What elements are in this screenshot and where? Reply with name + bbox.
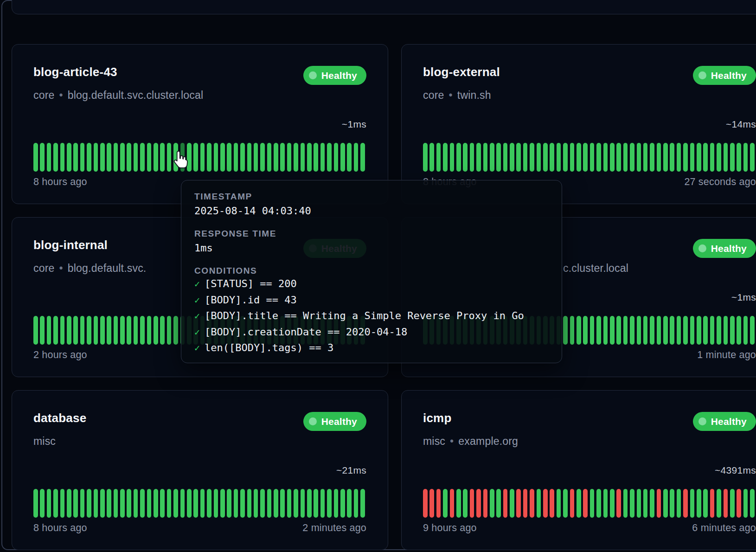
uptime-bar[interactable] — [543, 489, 548, 518]
uptime-bar[interactable] — [523, 143, 528, 172]
uptime-bar[interactable] — [750, 489, 755, 518]
uptime-bar[interactable] — [737, 143, 741, 172]
uptime-bar[interactable] — [550, 143, 554, 172]
uptime-bar[interactable] — [643, 489, 648, 518]
uptime-bar[interactable] — [670, 316, 674, 345]
uptime-bar[interactable] — [67, 143, 71, 172]
uptime-bar[interactable] — [227, 143, 231, 172]
uptime-bar[interactable] — [436, 489, 441, 518]
uptime-bar[interactable] — [280, 489, 285, 518]
uptime-bar[interactable] — [470, 143, 474, 172]
uptime-bar[interactable] — [483, 489, 488, 518]
uptime-bar[interactable] — [301, 489, 305, 518]
uptime-bar[interactable] — [730, 489, 735, 518]
uptime-bar[interactable] — [33, 489, 38, 518]
uptime-bar[interactable] — [610, 316, 615, 345]
uptime-bar[interactable] — [287, 489, 292, 518]
uptime-bar[interactable] — [307, 489, 312, 518]
uptime-bar[interactable] — [73, 316, 78, 345]
uptime-bar[interactable] — [134, 316, 138, 345]
uptime-bar[interactable] — [610, 143, 615, 172]
uptime-bar[interactable] — [360, 143, 365, 172]
uptime-bar[interactable] — [180, 143, 185, 172]
uptime-bar[interactable] — [107, 489, 111, 518]
uptime-bar[interactable] — [570, 489, 575, 518]
uptime-bar[interactable] — [307, 143, 312, 172]
uptime-bar[interactable] — [743, 143, 748, 172]
uptime-bar[interactable] — [47, 143, 51, 172]
uptime-bar[interactable] — [60, 143, 65, 172]
uptime-bar[interactable] — [167, 143, 172, 172]
uptime-bar[interactable] — [724, 316, 728, 345]
uptime-bar[interactable] — [510, 143, 514, 172]
uptime-bar[interactable] — [516, 489, 521, 518]
uptime-bar[interactable] — [563, 316, 568, 345]
uptime-bar[interactable] — [463, 143, 468, 172]
uptime-bar[interactable] — [140, 143, 145, 172]
uptime-bar[interactable] — [33, 143, 38, 172]
uptime-bar[interactable] — [577, 489, 581, 518]
uptime-bar[interactable] — [724, 143, 728, 172]
uptime-bar[interactable] — [294, 143, 298, 172]
uptime-bar[interactable] — [147, 316, 152, 345]
uptime-bar[interactable] — [134, 489, 138, 518]
uptime-bar[interactable] — [327, 143, 332, 172]
uptime-bar[interactable] — [127, 316, 131, 345]
uptime-bar[interactable] — [683, 316, 688, 345]
uptime-bar[interactable] — [436, 143, 441, 172]
uptime-bar[interactable] — [616, 143, 621, 172]
uptime-bar[interactable] — [80, 143, 85, 172]
uptime-bar[interactable] — [47, 316, 51, 345]
uptime-bar[interactable] — [340, 143, 345, 172]
uptime-bar[interactable] — [160, 489, 165, 518]
uptime-bar[interactable] — [247, 143, 252, 172]
uptime-bar[interactable] — [496, 489, 501, 518]
uptime-bar[interactable] — [623, 489, 628, 518]
uptime-bar[interactable] — [320, 143, 325, 172]
uptime-bar[interactable] — [234, 143, 238, 172]
uptime-bar[interactable] — [267, 489, 272, 518]
uptime-bar[interactable] — [610, 489, 615, 518]
uptime-bar[interactable] — [220, 143, 225, 172]
uptime-bar[interactable] — [53, 143, 58, 172]
uptime-bar[interactable] — [630, 316, 634, 345]
uptime-bar[interactable] — [537, 489, 541, 518]
uptime-bar[interactable] — [147, 489, 152, 518]
uptime-bar[interactable] — [247, 489, 252, 518]
uptime-bar[interactable] — [260, 143, 265, 172]
uptime-bar[interactable] — [724, 489, 728, 518]
uptime-bar[interactable] — [33, 316, 38, 345]
uptime-bar[interactable] — [543, 143, 548, 172]
uptime-bar[interactable] — [274, 143, 278, 172]
uptime-bar[interactable] — [683, 489, 688, 518]
uptime-bar[interactable] — [114, 316, 118, 345]
uptime-bar[interactable] — [603, 489, 608, 518]
uptime-bar[interactable] — [53, 316, 58, 345]
uptime-bar[interactable] — [690, 316, 695, 345]
uptime-bar[interactable] — [510, 489, 514, 518]
uptime-bar[interactable] — [214, 143, 218, 172]
uptime-bar[interactable] — [710, 489, 715, 518]
uptime-bar[interactable] — [663, 143, 668, 172]
uptime-bar[interactable] — [87, 316, 91, 345]
uptime-bar[interactable] — [630, 143, 634, 172]
uptime-bar[interactable] — [570, 143, 575, 172]
uptime-bar[interactable] — [503, 143, 508, 172]
uptime-bar[interactable] — [127, 143, 131, 172]
uptime-bar[interactable] — [207, 489, 211, 518]
uptime-bar[interactable] — [703, 489, 708, 518]
uptime-bar[interactable] — [301, 143, 305, 172]
uptime-bar[interactable] — [570, 316, 575, 345]
uptime-bar[interactable] — [100, 489, 105, 518]
uptime-bar[interactable] — [360, 489, 365, 518]
uptime-bar[interactable] — [563, 143, 568, 172]
uptime-bar[interactable] — [347, 143, 352, 172]
uptime-bar[interactable] — [240, 143, 245, 172]
uptime-bar[interactable] — [443, 143, 448, 172]
uptime-bar[interactable] — [637, 489, 641, 518]
uptime-bar[interactable] — [737, 316, 741, 345]
uptime-bar[interactable] — [314, 489, 318, 518]
uptime-bar[interactable] — [677, 143, 681, 172]
uptime-bar[interactable] — [429, 489, 434, 518]
uptime-bar[interactable] — [750, 316, 755, 345]
